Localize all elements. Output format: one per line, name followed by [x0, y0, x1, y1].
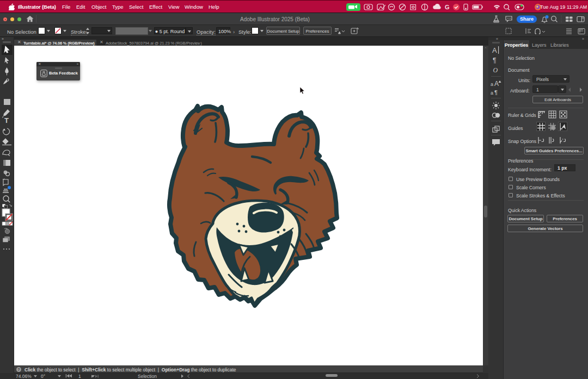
svg-text:O: O: [493, 66, 498, 74]
svg-text:¶: ¶: [494, 89, 498, 96]
svg-text:T: T: [4, 116, 9, 125]
svg-text:A: A: [494, 80, 499, 88]
svg-text:G: G: [445, 4, 450, 10]
svg-text:Share: Share: [520, 16, 534, 22]
svg-text:a: a: [491, 82, 493, 87]
svg-text:A: A: [492, 46, 497, 54]
svg-text:a: a: [491, 90, 493, 96]
svg-text:1: 1: [78, 374, 81, 378]
svg-text:¶: ¶: [493, 57, 496, 64]
